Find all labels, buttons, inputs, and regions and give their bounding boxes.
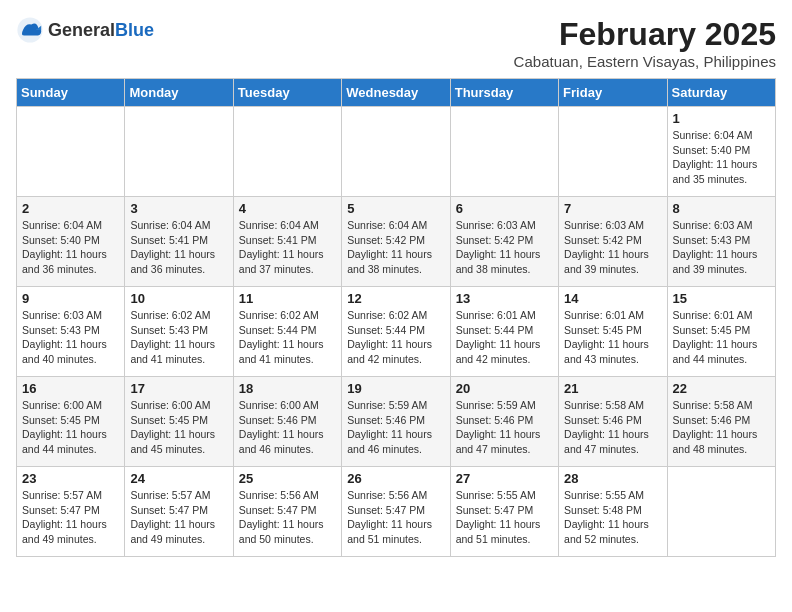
calendar-cell: 24Sunrise: 5:57 AM Sunset: 5:47 PM Dayli… xyxy=(125,467,233,557)
cell-info: Sunrise: 6:02 AM Sunset: 5:43 PM Dayligh… xyxy=(130,308,227,367)
calendar-cell: 21Sunrise: 5:58 AM Sunset: 5:46 PM Dayli… xyxy=(559,377,667,467)
calendar-week-row: 23Sunrise: 5:57 AM Sunset: 5:47 PM Dayli… xyxy=(17,467,776,557)
calendar-cell xyxy=(233,107,341,197)
day-number: 23 xyxy=(22,471,119,486)
header: GeneralBlue February 2025 Cabatuan, East… xyxy=(16,16,776,70)
day-number: 2 xyxy=(22,201,119,216)
day-number: 13 xyxy=(456,291,553,306)
day-number: 19 xyxy=(347,381,444,396)
calendar-header-cell: Tuesday xyxy=(233,79,341,107)
calendar-cell: 6Sunrise: 6:03 AM Sunset: 5:42 PM Daylig… xyxy=(450,197,558,287)
cell-info: Sunrise: 6:04 AM Sunset: 5:40 PM Dayligh… xyxy=(22,218,119,277)
calendar-cell: 12Sunrise: 6:02 AM Sunset: 5:44 PM Dayli… xyxy=(342,287,450,377)
calendar-cell: 7Sunrise: 6:03 AM Sunset: 5:42 PM Daylig… xyxy=(559,197,667,287)
calendar-header-row: SundayMondayTuesdayWednesdayThursdayFrid… xyxy=(17,79,776,107)
day-number: 22 xyxy=(673,381,770,396)
calendar-cell: 4Sunrise: 6:04 AM Sunset: 5:41 PM Daylig… xyxy=(233,197,341,287)
cell-info: Sunrise: 6:00 AM Sunset: 5:45 PM Dayligh… xyxy=(130,398,227,457)
calendar-cell: 8Sunrise: 6:03 AM Sunset: 5:43 PM Daylig… xyxy=(667,197,775,287)
location: Cabatuan, Eastern Visayas, Philippines xyxy=(514,53,776,70)
calendar-cell: 2Sunrise: 6:04 AM Sunset: 5:40 PM Daylig… xyxy=(17,197,125,287)
calendar-cell: 17Sunrise: 6:00 AM Sunset: 5:45 PM Dayli… xyxy=(125,377,233,467)
calendar-cell: 19Sunrise: 5:59 AM Sunset: 5:46 PM Dayli… xyxy=(342,377,450,467)
calendar-header-cell: Wednesday xyxy=(342,79,450,107)
calendar-cell: 3Sunrise: 6:04 AM Sunset: 5:41 PM Daylig… xyxy=(125,197,233,287)
cell-info: Sunrise: 5:59 AM Sunset: 5:46 PM Dayligh… xyxy=(456,398,553,457)
cell-info: Sunrise: 6:00 AM Sunset: 5:45 PM Dayligh… xyxy=(22,398,119,457)
cell-info: Sunrise: 6:03 AM Sunset: 5:42 PM Dayligh… xyxy=(564,218,661,277)
day-number: 10 xyxy=(130,291,227,306)
cell-info: Sunrise: 6:01 AM Sunset: 5:44 PM Dayligh… xyxy=(456,308,553,367)
cell-info: Sunrise: 6:02 AM Sunset: 5:44 PM Dayligh… xyxy=(239,308,336,367)
day-number: 6 xyxy=(456,201,553,216)
day-number: 27 xyxy=(456,471,553,486)
cell-info: Sunrise: 5:57 AM Sunset: 5:47 PM Dayligh… xyxy=(22,488,119,547)
logo-text-blue: Blue xyxy=(115,20,154,40)
cell-info: Sunrise: 5:56 AM Sunset: 5:47 PM Dayligh… xyxy=(347,488,444,547)
calendar-header-cell: Friday xyxy=(559,79,667,107)
calendar-cell: 10Sunrise: 6:02 AM Sunset: 5:43 PM Dayli… xyxy=(125,287,233,377)
day-number: 8 xyxy=(673,201,770,216)
calendar-cell: 18Sunrise: 6:00 AM Sunset: 5:46 PM Dayli… xyxy=(233,377,341,467)
cell-info: Sunrise: 6:04 AM Sunset: 5:41 PM Dayligh… xyxy=(239,218,336,277)
calendar-week-row: 9Sunrise: 6:03 AM Sunset: 5:43 PM Daylig… xyxy=(17,287,776,377)
cell-info: Sunrise: 5:55 AM Sunset: 5:48 PM Dayligh… xyxy=(564,488,661,547)
calendar-cell: 15Sunrise: 6:01 AM Sunset: 5:45 PM Dayli… xyxy=(667,287,775,377)
calendar-table: SundayMondayTuesdayWednesdayThursdayFrid… xyxy=(16,78,776,557)
calendar-cell: 26Sunrise: 5:56 AM Sunset: 5:47 PM Dayli… xyxy=(342,467,450,557)
logo-icon xyxy=(16,16,44,44)
day-number: 5 xyxy=(347,201,444,216)
cell-info: Sunrise: 6:03 AM Sunset: 5:43 PM Dayligh… xyxy=(673,218,770,277)
day-number: 25 xyxy=(239,471,336,486)
cell-info: Sunrise: 5:56 AM Sunset: 5:47 PM Dayligh… xyxy=(239,488,336,547)
calendar-cell: 16Sunrise: 6:00 AM Sunset: 5:45 PM Dayli… xyxy=(17,377,125,467)
day-number: 28 xyxy=(564,471,661,486)
calendar-cell: 9Sunrise: 6:03 AM Sunset: 5:43 PM Daylig… xyxy=(17,287,125,377)
day-number: 17 xyxy=(130,381,227,396)
calendar-cell xyxy=(17,107,125,197)
day-number: 7 xyxy=(564,201,661,216)
calendar-cell: 14Sunrise: 6:01 AM Sunset: 5:45 PM Dayli… xyxy=(559,287,667,377)
calendar-header-cell: Saturday xyxy=(667,79,775,107)
cell-info: Sunrise: 6:04 AM Sunset: 5:41 PM Dayligh… xyxy=(130,218,227,277)
calendar-cell: 27Sunrise: 5:55 AM Sunset: 5:47 PM Dayli… xyxy=(450,467,558,557)
calendar-cell xyxy=(559,107,667,197)
cell-info: Sunrise: 6:01 AM Sunset: 5:45 PM Dayligh… xyxy=(564,308,661,367)
calendar-cell: 5Sunrise: 6:04 AM Sunset: 5:42 PM Daylig… xyxy=(342,197,450,287)
calendar-cell: 22Sunrise: 5:58 AM Sunset: 5:46 PM Dayli… xyxy=(667,377,775,467)
day-number: 26 xyxy=(347,471,444,486)
cell-info: Sunrise: 6:03 AM Sunset: 5:42 PM Dayligh… xyxy=(456,218,553,277)
day-number: 12 xyxy=(347,291,444,306)
day-number: 14 xyxy=(564,291,661,306)
cell-info: Sunrise: 6:04 AM Sunset: 5:40 PM Dayligh… xyxy=(673,128,770,187)
cell-info: Sunrise: 6:02 AM Sunset: 5:44 PM Dayligh… xyxy=(347,308,444,367)
calendar-header-cell: Monday xyxy=(125,79,233,107)
calendar-cell xyxy=(342,107,450,197)
day-number: 9 xyxy=(22,291,119,306)
calendar-body: 1Sunrise: 6:04 AM Sunset: 5:40 PM Daylig… xyxy=(17,107,776,557)
day-number: 18 xyxy=(239,381,336,396)
day-number: 16 xyxy=(22,381,119,396)
cell-info: Sunrise: 6:01 AM Sunset: 5:45 PM Dayligh… xyxy=(673,308,770,367)
calendar-cell: 23Sunrise: 5:57 AM Sunset: 5:47 PM Dayli… xyxy=(17,467,125,557)
day-number: 1 xyxy=(673,111,770,126)
cell-info: Sunrise: 5:59 AM Sunset: 5:46 PM Dayligh… xyxy=(347,398,444,457)
calendar-cell: 28Sunrise: 5:55 AM Sunset: 5:48 PM Dayli… xyxy=(559,467,667,557)
calendar-cell xyxy=(450,107,558,197)
calendar-cell xyxy=(667,467,775,557)
calendar-cell: 25Sunrise: 5:56 AM Sunset: 5:47 PM Dayli… xyxy=(233,467,341,557)
day-number: 24 xyxy=(130,471,227,486)
cell-info: Sunrise: 5:58 AM Sunset: 5:46 PM Dayligh… xyxy=(673,398,770,457)
day-number: 21 xyxy=(564,381,661,396)
day-number: 20 xyxy=(456,381,553,396)
calendar-header-cell: Sunday xyxy=(17,79,125,107)
cell-info: Sunrise: 6:03 AM Sunset: 5:43 PM Dayligh… xyxy=(22,308,119,367)
cell-info: Sunrise: 5:57 AM Sunset: 5:47 PM Dayligh… xyxy=(130,488,227,547)
title-area: February 2025 Cabatuan, Eastern Visayas,… xyxy=(514,16,776,70)
calendar-week-row: 16Sunrise: 6:00 AM Sunset: 5:45 PM Dayli… xyxy=(17,377,776,467)
day-number: 11 xyxy=(239,291,336,306)
calendar-cell xyxy=(125,107,233,197)
logo: GeneralBlue xyxy=(16,16,154,44)
calendar-cell: 11Sunrise: 6:02 AM Sunset: 5:44 PM Dayli… xyxy=(233,287,341,377)
month-year: February 2025 xyxy=(514,16,776,53)
